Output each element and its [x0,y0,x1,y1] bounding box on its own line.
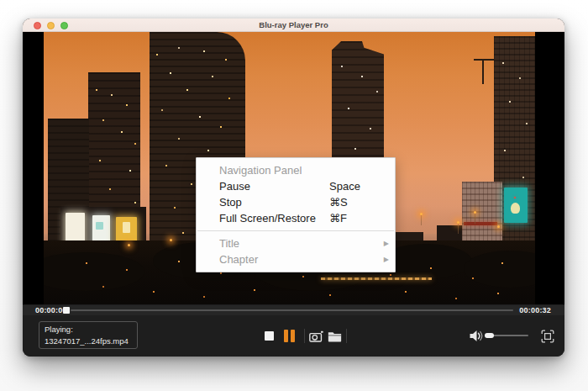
divider [346,329,347,343]
seek-handle[interactable] [63,307,70,314]
minimize-button[interactable] [47,22,55,29]
fullscreen-icon[interactable] [541,330,554,343]
menu-separator [197,230,394,231]
divider [304,329,305,343]
snapshot-camera-icon[interactable] [309,330,323,342]
billboard-teal [504,188,528,223]
stop-button[interactable] [265,331,274,341]
playing-label: Playing: [45,324,132,336]
menu-item-fullscreen-restore[interactable]: Full Screen/Restore ⌘F [197,210,395,226]
lamp-pole [475,213,475,224]
volume-handle[interactable] [485,333,494,338]
street-lamp [497,225,500,228]
open-folder-icon[interactable] [328,330,342,342]
menu-item-stop[interactable]: Stop ⌘S [197,194,395,210]
menu-item-navigation-panel: Navigation Panel [197,162,395,178]
street-lamp [170,239,172,241]
video-area[interactable]: Navigation Panel Pause Space Stop ⌘S Ful… [23,32,564,304]
control-bar: Playing: 13247017_...24fps.mp4 [23,315,564,357]
file-name: 13247017_...24fps.mp4 [45,336,132,347]
seek-bar[interactable] [71,309,513,311]
warning-light [514,197,516,198]
street-lamp [457,221,459,224]
context-menu: Navigation Panel Pause Space Stop ⌘S Ful… [196,157,396,272]
crane-silhouette [482,59,484,84]
shortcut-label: ⌘S [329,194,348,210]
menu-item-pause[interactable]: Pause Space [197,178,395,194]
now-playing-box: Playing: 13247017_...24fps.mp4 [39,321,138,349]
window-lights [336,57,338,59]
traffic-lights [34,22,68,29]
volume-track[interactable] [489,335,528,336]
street-light-specks [77,257,79,259]
street-lamp [128,244,130,246]
red-sign [464,222,497,225]
desktop-background: Blu-ray Player Pro [0,0,588,391]
titlebar[interactable]: Blu-ray Player Pro [23,18,564,32]
lamp-pole [421,214,422,225]
window-title: Blu-ray Player Pro [23,18,564,31]
player-window: Blu-ray Player Pro [23,18,564,357]
crane-silhouette [474,59,494,61]
lit-railing [321,277,432,280]
shortcut-label: Space [329,178,360,194]
street-lamp [474,211,476,214]
submenu-arrow-icon: ▶ [384,251,389,267]
street-lamp [420,213,423,215]
lamp-pole [458,223,459,234]
elapsed-time: 00:00:00 [35,306,67,314]
progress-row: 00:00:00 00:00:32 [23,305,564,315]
menu-item-title: Title ▶ [197,235,395,251]
duration-time: 00:00:32 [519,306,551,314]
lit-facade-building [462,182,502,246]
submenu-arrow-icon: ▶ [384,235,389,251]
window-lights [497,52,499,54]
close-button[interactable] [34,22,41,29]
window-lights [92,82,94,84]
zoom-button[interactable] [60,22,68,29]
speaker-icon[interactable] [470,330,483,342]
window-lights [153,39,155,40]
pause-button[interactable] [284,330,296,342]
menu-item-chapter: Chapter ▶ [197,251,395,267]
shortcut-label: ⌘F [329,210,347,226]
